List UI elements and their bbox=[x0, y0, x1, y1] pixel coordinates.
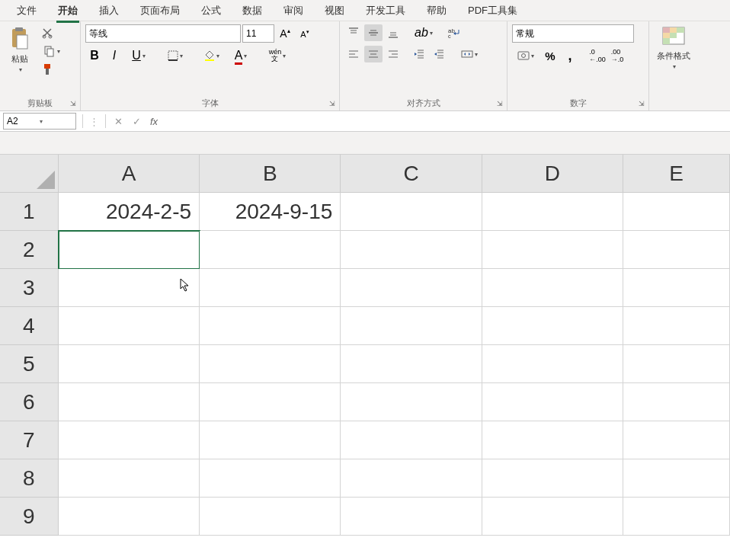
row-header-2[interactable]: 2 bbox=[0, 231, 59, 269]
row-header-1[interactable]: 1 bbox=[0, 193, 59, 231]
menu-pdf-tools[interactable]: PDF工具集 bbox=[457, 1, 528, 21]
cell-B1[interactable]: 2024-9-15 bbox=[200, 193, 341, 231]
cell-D6[interactable] bbox=[482, 383, 623, 421]
row-header-9[interactable]: 9 bbox=[0, 498, 59, 536]
cell-C2[interactable] bbox=[341, 231, 482, 269]
align-bottom-button[interactable] bbox=[384, 24, 402, 41]
accounting-format-button[interactable]: ▾ bbox=[512, 47, 539, 64]
column-header-B[interactable]: B bbox=[200, 155, 341, 193]
cell-E4[interactable] bbox=[623, 307, 730, 345]
cell-C4[interactable] bbox=[341, 307, 482, 345]
cancel-formula-button[interactable]: ✕ bbox=[109, 113, 127, 130]
cell-A4[interactable] bbox=[59, 307, 200, 345]
cell-A6[interactable] bbox=[59, 383, 200, 421]
cell-A2[interactable] bbox=[59, 231, 200, 269]
menu-home[interactable]: 开始 bbox=[47, 1, 88, 21]
fx-icon[interactable]: fx bbox=[150, 116, 158, 127]
row-header-7[interactable]: 7 bbox=[0, 421, 59, 459]
percent-button[interactable]: % bbox=[541, 47, 559, 64]
increase-decimal-button[interactable]: .0←.00 bbox=[588, 47, 607, 64]
accept-formula-button[interactable]: ✓ bbox=[127, 113, 146, 130]
cell-A7[interactable] bbox=[59, 421, 200, 459]
cell-A5[interactable] bbox=[59, 345, 200, 383]
cell-B3[interactable] bbox=[200, 269, 341, 307]
cell-D4[interactable] bbox=[482, 307, 623, 345]
increase-font-button[interactable]: A▴ bbox=[276, 25, 294, 42]
expand-icon[interactable]: ⋮ bbox=[86, 116, 102, 127]
fill-color-button[interactable]: ▾ bbox=[198, 47, 226, 64]
row-header-5[interactable]: 5 bbox=[0, 345, 59, 383]
cell-B8[interactable] bbox=[200, 459, 341, 498]
pinyin-button[interactable]: wén文 ▾ bbox=[264, 47, 291, 64]
menu-developer[interactable]: 开发工具 bbox=[355, 1, 416, 21]
font-name-select[interactable] bbox=[85, 24, 241, 43]
column-header-A[interactable]: A bbox=[59, 155, 200, 193]
menu-data[interactable]: 数据 bbox=[232, 1, 273, 21]
cell-A1[interactable]: 2024-2-5 bbox=[59, 193, 200, 231]
number-format-select[interactable] bbox=[512, 24, 634, 43]
number-dialog-launcher[interactable]: ⇲ bbox=[636, 98, 647, 109]
align-right-button[interactable] bbox=[384, 46, 402, 62]
cell-A9[interactable] bbox=[59, 498, 200, 536]
cell-B6[interactable] bbox=[200, 383, 341, 421]
menu-file[interactable]: 文件 bbox=[6, 1, 47, 21]
chevron-down-icon[interactable]: ▾ bbox=[40, 118, 72, 125]
cell-E8[interactable] bbox=[623, 459, 730, 498]
formula-input[interactable] bbox=[162, 113, 730, 130]
decrease-indent-button[interactable] bbox=[410, 46, 428, 62]
menu-review[interactable]: 审阅 bbox=[273, 1, 314, 21]
row-header-8[interactable]: 8 bbox=[0, 459, 59, 498]
cut-button[interactable] bbox=[38, 24, 56, 41]
menu-view[interactable]: 视图 bbox=[314, 1, 355, 21]
cell-E2[interactable] bbox=[623, 231, 730, 269]
cell-B4[interactable] bbox=[200, 307, 341, 345]
select-all-corner[interactable] bbox=[0, 155, 59, 193]
menu-help[interactable]: 帮助 bbox=[416, 1, 457, 21]
wrap-text-button[interactable]: abc bbox=[445, 24, 463, 41]
font-size-select[interactable] bbox=[242, 24, 274, 43]
copy-button[interactable]: ▾ bbox=[38, 43, 66, 59]
cell-B2[interactable] bbox=[200, 231, 341, 269]
cell-D5[interactable] bbox=[482, 345, 623, 383]
row-header-4[interactable]: 4 bbox=[0, 307, 59, 345]
comma-button[interactable]: , bbox=[561, 47, 579, 64]
conditional-format-button[interactable]: 条件格式 ▾ bbox=[654, 24, 693, 72]
merge-center-button[interactable]: ▾ bbox=[456, 46, 483, 62]
cell-C9[interactable] bbox=[341, 498, 482, 536]
increase-indent-button[interactable] bbox=[430, 46, 448, 62]
cell-D2[interactable] bbox=[482, 231, 623, 269]
bold-button[interactable]: B bbox=[85, 47, 104, 64]
underline-button[interactable]: U▾ bbox=[125, 47, 152, 64]
cell-E1[interactable] bbox=[623, 193, 730, 231]
cell-E5[interactable] bbox=[623, 345, 730, 383]
align-middle-button[interactable] bbox=[364, 24, 383, 41]
cell-B5[interactable] bbox=[200, 345, 341, 383]
row-header-6[interactable]: 6 bbox=[0, 383, 59, 421]
name-box[interactable]: A2 ▾ bbox=[3, 113, 76, 130]
cell-B7[interactable] bbox=[200, 421, 341, 459]
cell-C5[interactable] bbox=[341, 345, 482, 383]
row-header-3[interactable]: 3 bbox=[0, 269, 59, 307]
paste-button[interactable]: 粘贴 ▾ bbox=[5, 24, 35, 75]
alignment-dialog-launcher[interactable]: ⇲ bbox=[495, 98, 505, 109]
font-dialog-launcher[interactable]: ⇲ bbox=[327, 98, 338, 109]
align-top-button[interactable] bbox=[344, 24, 363, 41]
borders-button[interactable]: ▾ bbox=[162, 47, 189, 64]
cell-C7[interactable] bbox=[341, 421, 482, 459]
menu-insert[interactable]: 插入 bbox=[88, 1, 130, 21]
cell-C1[interactable] bbox=[341, 193, 482, 231]
menu-page-layout[interactable]: 页面布局 bbox=[130, 1, 191, 21]
column-header-D[interactable]: D bbox=[482, 155, 623, 193]
cell-C8[interactable] bbox=[341, 459, 482, 498]
menu-formulas[interactable]: 公式 bbox=[191, 1, 232, 21]
cell-D1[interactable] bbox=[482, 193, 623, 231]
cell-E3[interactable] bbox=[623, 269, 730, 307]
decrease-decimal-button[interactable]: .00→.0 bbox=[608, 47, 626, 64]
cell-C6[interactable] bbox=[341, 383, 482, 421]
decrease-font-button[interactable]: A▾ bbox=[296, 25, 314, 42]
align-left-button[interactable] bbox=[344, 46, 363, 62]
cell-D8[interactable] bbox=[482, 459, 623, 498]
orientation-button[interactable]: ab▾ bbox=[410, 24, 437, 41]
column-header-C[interactable]: C bbox=[341, 155, 482, 193]
cell-A3[interactable] bbox=[59, 269, 200, 307]
